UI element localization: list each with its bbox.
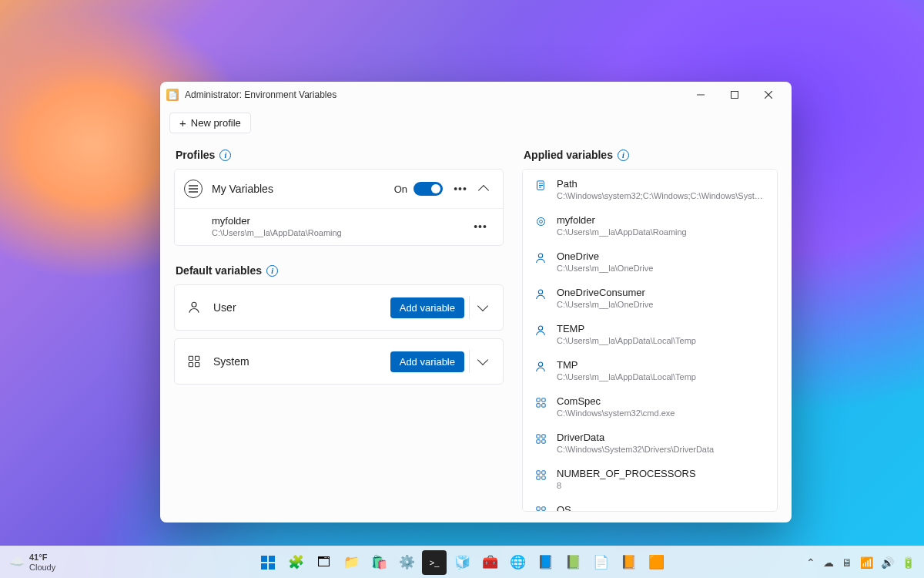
svg-rect-42: [261, 556, 267, 562]
info-icon[interactable]: i: [266, 265, 278, 277]
profile-toggle[interactable]: [413, 182, 443, 196]
chevron-down-icon: [477, 301, 487, 311]
applied-variable-name: OS: [557, 504, 766, 512]
svg-rect-32: [536, 476, 539, 479]
minimize-button[interactable]: [684, 83, 718, 106]
taskbar-app[interactable]: 🧊: [450, 550, 474, 575]
applied-variable-row[interactable]: TEMPC:\Users\m__la\AppData\Local\Temp: [523, 316, 777, 352]
user-expand-button[interactable]: [469, 296, 495, 319]
taskbar-app[interactable]: 📘: [533, 550, 557, 575]
profiles-header: Profiles i: [176, 149, 502, 161]
taskbar[interactable]: ☁️ 41°F Cloudy 🧩 🗔 📁 🛍️ ⚙️ >_ 🧊 🧰 🌐 📘 📗 …: [0, 546, 924, 578]
applied-variable-row[interactable]: OSWindows_NT: [523, 497, 777, 512]
default-variables-label: Default variables: [176, 264, 262, 277]
svg-point-20: [538, 326, 542, 330]
svg-rect-31: [541, 471, 544, 474]
svg-rect-27: [541, 435, 544, 438]
taskbar-app[interactable]: 📙: [616, 550, 641, 575]
svg-point-19: [538, 290, 542, 294]
volume-tray-icon[interactable]: 🔊: [881, 556, 894, 569]
chevron-down-icon: [477, 355, 487, 365]
profile-collapse-button[interactable]: [474, 179, 494, 199]
cloud-icon: ☁️: [9, 555, 25, 569]
titlebar[interactable]: 📄 Administrator: Environment Variables: [160, 82, 792, 108]
taskbar-app[interactable]: 🛍️: [367, 550, 391, 575]
applied-variables-label: Applied variables: [524, 149, 613, 161]
terminal-button[interactable]: >_: [422, 550, 447, 575]
taskbar-app[interactable]: 🧩: [283, 550, 308, 575]
svg-rect-26: [536, 435, 539, 438]
wifi-tray-icon[interactable]: 📶: [860, 556, 873, 569]
taskbar-weather[interactable]: ☁️ 41°F Cloudy: [9, 553, 55, 572]
add-variable-system-button[interactable]: Add variable: [390, 351, 464, 372]
edge-button[interactable]: 🌐: [505, 550, 530, 575]
applied-variable-value: C:\Users\m__la\OneDrive: [557, 264, 766, 273]
applied-variables-list[interactable]: PathC:\Windows\system32;C:\Windows;C:\Wi…: [522, 169, 778, 512]
svg-rect-43: [269, 556, 275, 562]
variable-value: C:\Users\m__la\AppData\Roaming: [212, 228, 470, 237]
tray-chevron-icon[interactable]: ⌃: [806, 556, 815, 569]
start-button[interactable]: [256, 550, 280, 575]
taskbar-app[interactable]: 📄: [588, 550, 613, 575]
svg-point-17: [539, 220, 542, 223]
profile-variable-row[interactable]: myfolder C:\Users\m__la\AppData\Roaming …: [175, 209, 503, 245]
applied-variable-value: C:\Users\m__la\AppData\Local\Temp: [557, 336, 766, 345]
svg-rect-25: [541, 404, 544, 407]
target-icon: [534, 216, 547, 227]
taskbar-app[interactable]: 🧰: [477, 550, 502, 575]
add-variable-user-button[interactable]: Add variable: [390, 297, 464, 318]
applied-variable-row[interactable]: DriverDataC:\Windows\System32\Drivers\Dr…: [523, 425, 777, 461]
svg-rect-9: [196, 356, 199, 360]
onedrive-tray-icon[interactable]: ☁: [823, 556, 834, 569]
applied-variable-value: C:\Windows\System32\Drivers\DriverData: [557, 445, 766, 454]
applied-variable-name: OneDrive: [557, 250, 766, 262]
taskbar-app[interactable]: 🟧: [644, 550, 668, 575]
new-profile-button[interactable]: + New profile: [169, 113, 251, 133]
svg-point-18: [538, 254, 542, 257]
toggle-on-label: On: [394, 183, 407, 195]
applied-variable-row[interactable]: myfolderC:\Users\m__la\AppData\Roaming: [523, 207, 777, 244]
window-title: Administrator: Environment Variables: [185, 89, 336, 100]
svg-rect-1: [732, 92, 738, 99]
variable-more-button[interactable]: •••: [470, 217, 490, 237]
applied-variable-row[interactable]: ComSpecC:\Windows\system32\cmd.exe: [523, 388, 777, 425]
weather-condition: Cloudy: [29, 563, 55, 573]
applied-variable-name: TMP: [557, 359, 766, 371]
close-icon: [765, 91, 772, 99]
applied-variable-row[interactable]: OneDriveC:\Users\m__la\OneDrive: [523, 244, 777, 280]
applied-variable-value: 8: [557, 481, 766, 490]
taskbar-apps: 🧩 🗔 📁 🛍️ ⚙️ >_ 🧊 🧰 🌐 📘 📗 📄 📙 🟧: [256, 550, 668, 575]
applied-variable-name: TEMP: [557, 323, 766, 334]
applied-variable-value: C:\Windows\system32;C:\Windows;C:\Window…: [557, 191, 766, 200]
applied-variable-value: C:\Users\m__la\AppData\Local\Temp: [557, 372, 766, 381]
applied-variable-name: OneDriveConsumer: [557, 287, 766, 298]
profile-more-button[interactable]: •••: [450, 179, 470, 199]
svg-rect-33: [541, 476, 544, 479]
info-icon[interactable]: i: [219, 150, 231, 161]
maximize-button[interactable]: [718, 83, 752, 106]
tray-device-icon[interactable]: 🖥: [842, 556, 852, 569]
applied-variable-row[interactable]: OneDriveConsumerC:\Users\m__la\OneDrive: [523, 280, 777, 316]
taskbar-app[interactable]: 🗔: [311, 550, 336, 575]
applied-variable-name: NUMBER_OF_PROCESSORS: [557, 468, 766, 479]
applied-variable-row[interactable]: PathC:\Windows\system32;C:\Windows;C:\Wi…: [523, 171, 777, 207]
close-button[interactable]: [752, 83, 785, 106]
svg-rect-35: [541, 507, 544, 510]
profile-row[interactable]: My Variables On •••: [175, 170, 503, 209]
svg-point-21: [538, 362, 542, 366]
taskbar-app[interactable]: 📗: [561, 550, 585, 575]
page-icon: [534, 180, 547, 191]
svg-rect-8: [189, 356, 192, 360]
user-icon: [534, 324, 547, 337]
applied-variable-row[interactable]: TMPC:\Users\m__la\AppData\Local\Temp: [523, 352, 777, 388]
file-explorer-button[interactable]: 📁: [339, 550, 363, 575]
info-icon[interactable]: i: [618, 150, 629, 161]
system-expand-button[interactable]: [469, 350, 495, 373]
battery-tray-icon[interactable]: 🔋: [902, 556, 915, 569]
user-icon: [534, 252, 547, 264]
svg-rect-11: [196, 363, 199, 367]
new-profile-label: New profile: [191, 117, 241, 129]
system-icon: [534, 506, 547, 512]
applied-variable-row[interactable]: NUMBER_OF_PROCESSORS8: [523, 461, 777, 497]
settings-button[interactable]: ⚙️: [394, 550, 419, 575]
